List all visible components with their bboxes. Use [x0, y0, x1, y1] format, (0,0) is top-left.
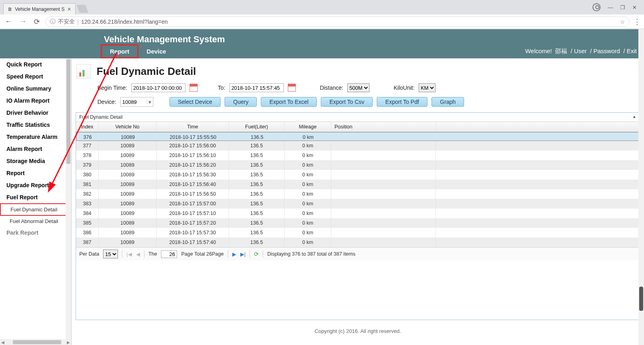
- sidebar-vscroll[interactable]: [66, 58, 71, 339]
- welcome-label: Welcome!: [525, 48, 552, 54]
- nav-device[interactable]: Device: [138, 45, 174, 57]
- page-vscroll-thumb[interactable]: [639, 287, 643, 311]
- reload-icon[interactable]: ⟳: [32, 17, 41, 26]
- vscroll-thumb[interactable]: [66, 59, 70, 164]
- last-page-icon[interactable]: ▶|: [240, 251, 246, 257]
- minimize-icon[interactable]: —: [608, 4, 613, 10]
- cell-time: 2018-10-17 15:56:00: [157, 141, 229, 151]
- nav-report[interactable]: Report: [101, 44, 138, 58]
- kilounit-select[interactable]: KM: [419, 83, 436, 92]
- query-button[interactable]: Query: [225, 97, 257, 107]
- cell-fuel: 136.5: [229, 238, 285, 247]
- sidebar-sub-fuel-dynamic-detail[interactable]: Fuel Dynamic Detail: [0, 203, 71, 216]
- cell-fuel: 136.5: [229, 141, 285, 151]
- table-row[interactable]: 380100892018-10-17 15:56:30136.50 km: [76, 170, 640, 180]
- table-row[interactable]: 384100892018-10-17 15:57:10136.50 km: [76, 209, 640, 218]
- table-row[interactable]: 379100892018-10-17 15:56:20136.50 km: [76, 160, 640, 170]
- sidebar-item-temperature-alarm[interactable]: Temperature Alarm: [0, 131, 71, 143]
- select-device-button[interactable]: Select Device: [169, 97, 221, 107]
- sidebar-hscroll[interactable]: ◀ ▶: [0, 339, 71, 345]
- sidebar-item-report[interactable]: Report: [0, 167, 71, 179]
- sidebar-item-cutoff[interactable]: Park Report: [0, 227, 71, 239]
- kilounit-label: KiloUnit:: [394, 85, 415, 91]
- next-page-icon[interactable]: ▶: [232, 251, 236, 257]
- kebab-menu-icon[interactable]: ⋮: [634, 17, 641, 26]
- cell-time: 2018-10-17 15:56:40: [157, 180, 229, 189]
- close-icon[interactable]: ✕: [67, 6, 71, 12]
- export-pdf-button[interactable]: Export To Pdf: [377, 97, 427, 107]
- table-row[interactable]: 378100892018-10-17 15:56:10136.50 km: [76, 151, 640, 160]
- table-row[interactable]: 383100892018-10-17 15:57:00136.50 km: [76, 199, 640, 209]
- prev-page-icon[interactable]: ◀: [136, 251, 140, 257]
- cell-position: [331, 141, 436, 151]
- link-user[interactable]: User: [574, 48, 587, 54]
- export-excel-button[interactable]: Export To Excel: [261, 97, 317, 107]
- graph-button[interactable]: Graph: [431, 97, 464, 107]
- chevron-down-icon[interactable]: ▾: [147, 99, 151, 105]
- new-tab-button[interactable]: [76, 5, 88, 13]
- table-row[interactable]: 385100892018-10-17 15:57:20136.50 km: [76, 218, 640, 228]
- cell-index: 379: [76, 160, 99, 170]
- sidebar-item-online-summary[interactable]: Online Summary: [0, 83, 71, 95]
- col-fuel[interactable]: Fuel(Liter): [229, 122, 285, 132]
- cell-vehicle: 10089: [99, 151, 157, 160]
- link-exit[interactable]: Exit: [627, 48, 637, 54]
- first-page-icon[interactable]: |◀: [126, 251, 132, 257]
- col-time[interactable]: Time: [157, 122, 229, 132]
- sidebar-item-driver-behavior[interactable]: Driver Behavior: [0, 107, 71, 119]
- cell-index: 386: [76, 228, 99, 238]
- calendar-icon[interactable]: [190, 84, 198, 92]
- cell-mileage: 0 km: [285, 160, 331, 170]
- table-row[interactable]: 377100892018-10-17 15:56:00136.50 km: [76, 141, 640, 151]
- sidebar-item-quick-report[interactable]: Quick Report: [0, 58, 71, 70]
- to-time-input[interactable]: [229, 83, 284, 92]
- per-data-select[interactable]: 15: [103, 250, 118, 258]
- scroll-left-icon[interactable]: ◀: [0, 340, 6, 345]
- col-mileage[interactable]: Mileage: [285, 122, 331, 132]
- sidebar-item-io-alarm-report[interactable]: IO Alarm Report: [0, 95, 71, 107]
- close-window-icon[interactable]: ✕: [632, 4, 637, 10]
- table-row[interactable]: 387100892018-10-17 15:57:40136.50 km: [76, 238, 640, 247]
- address-row: ← → ⟳ ⓘ 不安全 | 120.24.66.218/index.html?l…: [0, 14, 644, 29]
- col-position[interactable]: Position: [331, 122, 436, 132]
- sidebar-item-storage-media[interactable]: Storage Media: [0, 155, 71, 167]
- distance-select[interactable]: 500M: [347, 83, 369, 92]
- collapse-icon[interactable]: ▲: [632, 114, 636, 120]
- table-row[interactable]: 381100892018-10-17 15:56:40136.50 km: [76, 180, 640, 189]
- refresh-icon[interactable]: ⟳: [254, 251, 259, 257]
- sidebar-sub-fuel-abnormal-detail[interactable]: Fuel Abnormal Detail: [0, 216, 71, 227]
- back-icon[interactable]: ←: [3, 17, 14, 26]
- export-csv-button[interactable]: Export To Csv: [321, 97, 373, 107]
- app-title: Vehicle Management System: [104, 34, 644, 45]
- begin-time-input[interactable]: [131, 83, 186, 92]
- scroll-right-icon[interactable]: ▶: [66, 340, 71, 345]
- table-row[interactable]: 382100892018-10-17 15:56:50136.50 km: [76, 189, 640, 199]
- forward-icon[interactable]: →: [18, 17, 28, 26]
- sidebar-item-speed-report[interactable]: Speed Report: [0, 70, 71, 83]
- cell-index: 378: [76, 151, 99, 160]
- grid-body[interactable]: 376100892018-10-17 15:55:50136.50 km3771…: [76, 132, 640, 247]
- table-row[interactable]: 386100892018-10-17 15:57:30136.50 km: [76, 228, 640, 238]
- sidebar-item-fuel-report[interactable]: Fuel Report: [0, 191, 71, 203]
- sidebar-item-traffic-statistics[interactable]: Traffic Statistics: [0, 119, 71, 131]
- sidebar-item-upgrade-report[interactable]: Upgrade Report: [0, 179, 71, 191]
- page-number-input[interactable]: [161, 250, 177, 258]
- address-bar[interactable]: ⓘ 不安全 | 120.24.66.218/index.html?lang=en…: [45, 17, 630, 27]
- col-vehicle[interactable]: Vehicle No: [99, 122, 157, 132]
- sidebar-item-alarm-report[interactable]: Alarm Report: [0, 143, 71, 155]
- browser-tab[interactable]: 🗎 Vehicle Management S ✕: [3, 3, 76, 14]
- cell-vehicle: 10089: [99, 228, 157, 238]
- cell-time: 2018-10-17 15:57:20: [157, 218, 229, 228]
- profile-icon[interactable]: [592, 3, 601, 11]
- calendar-icon[interactable]: [288, 84, 296, 92]
- cell-position: [331, 170, 436, 180]
- link-password[interactable]: Password: [593, 48, 620, 54]
- col-index[interactable]: Index: [76, 122, 99, 132]
- device-combo[interactable]: 10089 ▾: [120, 97, 153, 107]
- bookmark-icon[interactable]: ☆: [620, 19, 625, 25]
- hscroll-thumb[interactable]: [13, 340, 61, 344]
- page-vscroll[interactable]: [638, 29, 644, 345]
- maximize-icon[interactable]: ❐: [620, 4, 625, 10]
- table-row[interactable]: 376100892018-10-17 15:55:50136.50 km: [76, 132, 640, 141]
- site-info-icon[interactable]: ⓘ: [50, 18, 56, 25]
